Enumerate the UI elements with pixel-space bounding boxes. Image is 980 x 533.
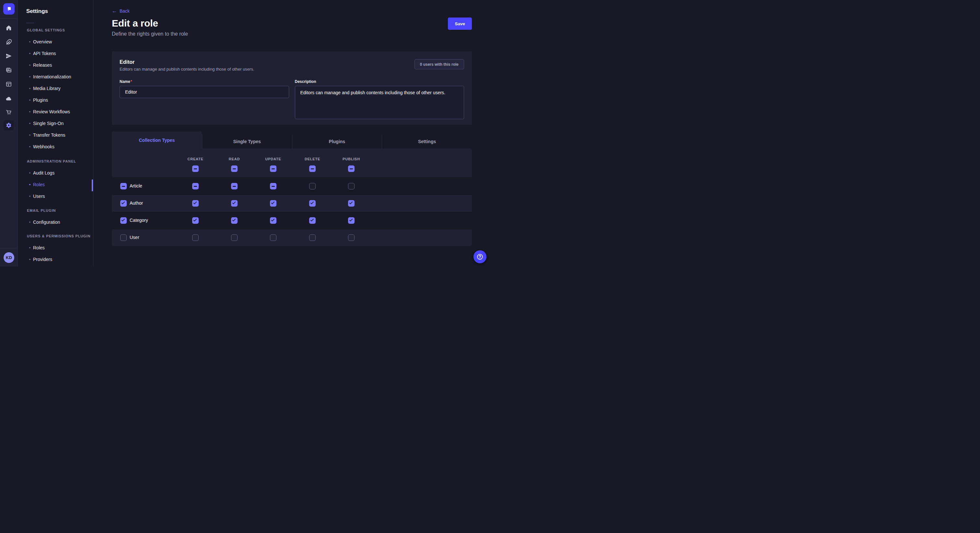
required-asterisk: * [130, 79, 132, 84]
category-read-checkbox[interactable] [231, 217, 237, 224]
check-icon [232, 218, 236, 222]
author-update-checkbox[interactable] [270, 200, 277, 206]
subnav-item-transfer-tokens[interactable]: Transfer Tokens [18, 129, 93, 141]
subnav-section: GLOBAL SETTINGSOverviewAPI TokensRelease… [18, 24, 93, 152]
select-all-update-checkbox[interactable] [270, 165, 277, 172]
help-button[interactable] [474, 250, 487, 263]
name-field-label: Name* [119, 79, 289, 84]
subnav-item-single-sign-on[interactable]: Single Sign-On [18, 117, 93, 129]
role-details-card: Editor Editors can manage and publish co… [112, 51, 472, 125]
article-publish-checkbox[interactable] [348, 183, 355, 189]
save-button[interactable]: Save [448, 17, 472, 30]
user-read-checkbox[interactable] [231, 235, 237, 241]
cloud-icon[interactable] [2, 92, 15, 105]
subnav-item-roles[interactable]: Roles [18, 179, 93, 190]
category-row-checkbox[interactable] [120, 217, 127, 224]
back-link[interactable]: ← Back [112, 8, 130, 14]
article-read-checkbox[interactable] [231, 183, 237, 189]
tab-plugins[interactable]: Plugins [292, 134, 382, 149]
subnav-item-media-library[interactable]: Media Library [18, 82, 93, 94]
column-header-update: UPDATE [265, 157, 281, 161]
author-delete-checkbox[interactable] [309, 200, 316, 206]
subnav-item-users[interactable]: Users [18, 190, 93, 202]
check-icon [349, 218, 353, 222]
dash-icon [233, 168, 236, 169]
author-row-checkbox[interactable] [120, 200, 127, 206]
bullet-icon [29, 53, 30, 54]
user-create-checkbox[interactable] [192, 235, 199, 241]
back-arrow-icon: ← [112, 8, 117, 14]
subnav-title-rule [26, 23, 34, 23]
user-update-checkbox[interactable] [270, 235, 277, 241]
user-delete-checkbox[interactable] [309, 235, 316, 241]
role-title: Editor [119, 59, 464, 65]
article-delete-checkbox[interactable] [309, 183, 316, 189]
check-icon [121, 201, 125, 204]
category-publish-checkbox[interactable] [348, 217, 355, 224]
page-subtitle: Define the rights given to the role [112, 31, 188, 37]
check-icon [271, 201, 275, 204]
user-publish-checkbox[interactable] [348, 235, 355, 241]
column-header-read: READ [229, 157, 240, 161]
images-icon[interactable] [2, 64, 15, 77]
subnav-item-providers[interactable]: Providers [18, 254, 93, 265]
layout-icon[interactable] [2, 78, 15, 90]
gear-icon[interactable] [3, 120, 14, 130]
role-description-textarea[interactable] [295, 86, 465, 119]
subnav-item-review-workflows[interactable]: Review Workflows [18, 106, 93, 117]
author-read-checkbox[interactable] [231, 200, 237, 206]
article-create-checkbox[interactable] [192, 183, 199, 189]
select-all-read-checkbox[interactable] [231, 165, 237, 172]
strapi-logo-icon [6, 6, 12, 12]
select-all-delete-checkbox[interactable] [309, 165, 316, 172]
check-icon [349, 201, 353, 204]
bullet-icon [29, 134, 30, 136]
bullet-icon [29, 247, 30, 248]
tab-single-types[interactable]: Single Types [202, 134, 292, 149]
bullet-icon [29, 146, 30, 148]
home-icon[interactable] [2, 21, 15, 34]
category-delete-checkbox[interactable] [309, 217, 316, 224]
subnav-item-internationalization[interactable]: Internationalization [18, 71, 93, 82]
subnav-item-plugins[interactable]: Plugins [18, 94, 93, 106]
dash-icon [194, 168, 197, 169]
page-title: Edit a role [112, 18, 158, 29]
paper-plane-icon[interactable] [2, 49, 15, 62]
subnav-item-roles[interactable]: Roles [18, 242, 93, 254]
subnav-item-configuration[interactable]: Configuration [18, 216, 93, 228]
users-with-role-button[interactable]: 0 users with this role [415, 59, 464, 69]
user-row-checkbox[interactable] [120, 235, 127, 241]
permission-row-category: Category [112, 212, 472, 229]
dash-icon [272, 186, 275, 187]
user-avatar[interactable]: KD [3, 252, 14, 263]
column-header-delete: DELETE [305, 157, 320, 161]
subnav-item-api-tokens[interactable]: API Tokens [18, 48, 93, 59]
subnav-item-releases[interactable]: Releases [18, 59, 93, 71]
category-create-checkbox[interactable] [192, 217, 199, 224]
author-create-checkbox[interactable] [192, 200, 199, 206]
article-row-checkbox[interactable] [120, 183, 127, 189]
article-update-checkbox[interactable] [270, 183, 277, 189]
subnav-item-overview[interactable]: Overview [18, 36, 93, 48]
strapi-admin-app: KD Settings GLOBAL SETTINGSOverviewAPI T… [0, 0, 490, 266]
strapi-logo[interactable] [3, 3, 14, 14]
category-update-checkbox[interactable] [270, 217, 277, 224]
cart-icon[interactable] [2, 106, 15, 119]
subnav-item-audit-logs[interactable]: Audit Logs [18, 167, 93, 179]
author-publish-checkbox[interactable] [348, 200, 355, 206]
dash-icon [122, 186, 125, 187]
select-all-create-checkbox[interactable] [192, 165, 199, 172]
subnav-item-webhooks[interactable]: Webhooks [18, 141, 93, 152]
dash-icon [194, 186, 197, 187]
bullet-icon [29, 123, 30, 124]
tab-settings[interactable]: Settings [382, 134, 472, 149]
role-name-input[interactable] [119, 86, 289, 98]
check-icon [310, 201, 314, 204]
bullet-icon [29, 111, 30, 113]
feather-icon[interactable] [2, 36, 15, 49]
rail-divider-bottom [0, 248, 18, 248]
select-all-publish-checkbox[interactable] [348, 165, 355, 172]
tab-collection-types[interactable]: Collection Types [112, 132, 202, 149]
section-label: GLOBAL SETTINGS [18, 24, 93, 36]
permissions-table-header: CREATEREADUPDATEDELETEPUBLISH [112, 149, 472, 178]
